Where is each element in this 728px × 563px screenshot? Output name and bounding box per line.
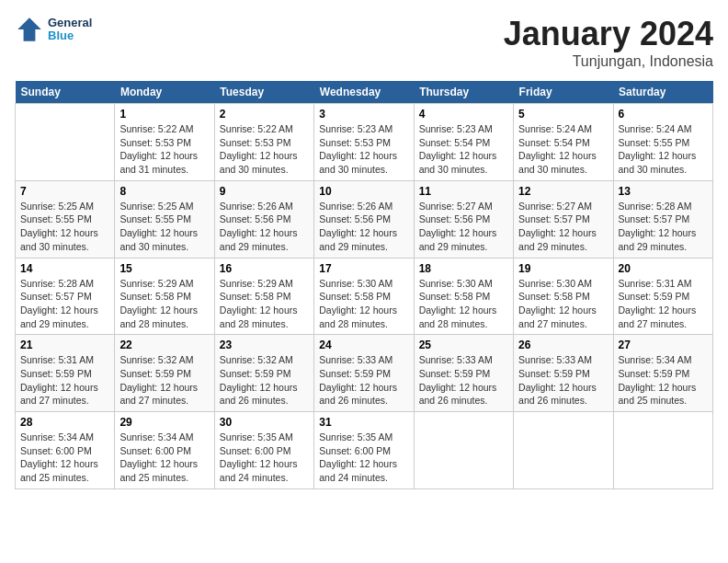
calendar-cell: 13Sunrise: 5:28 AM Sunset: 5:57 PM Dayli… <box>613 180 712 258</box>
title-area: January 2024 Tunjungan, Indonesia <box>504 15 713 70</box>
day-number: 30 <box>220 416 309 429</box>
day-number: 6 <box>619 108 708 121</box>
calendar-week-row: 21Sunrise: 5:31 AM Sunset: 5:59 PM Dayli… <box>16 335 713 412</box>
day-info: Sunrise: 5:26 AM Sunset: 5:56 PM Dayligh… <box>319 200 408 254</box>
calendar-cell <box>613 412 712 489</box>
day-info: Sunrise: 5:27 AM Sunset: 5:56 PM Dayligh… <box>419 200 508 254</box>
calendar-week-row: 28Sunrise: 5:34 AM Sunset: 6:00 PM Dayli… <box>16 412 713 489</box>
month-title: January 2024 <box>504 15 713 53</box>
calendar-header-row: SundayMondayTuesdayWednesdayThursdayFrid… <box>16 81 713 104</box>
day-number: 21 <box>20 339 109 351</box>
day-info: Sunrise: 5:32 AM Sunset: 5:59 PM Dayligh… <box>119 353 209 408</box>
day-info: Sunrise: 5:34 AM Sunset: 5:59 PM Dayligh… <box>619 353 708 408</box>
calendar-cell: 8Sunrise: 5:25 AM Sunset: 5:55 PM Daylig… <box>115 180 214 258</box>
day-header: Tuesday <box>214 81 313 104</box>
location-title: Tunjungan, Indonesia <box>504 53 713 70</box>
day-info: Sunrise: 5:28 AM Sunset: 5:57 PM Dayligh… <box>619 200 708 254</box>
calendar-cell: 27Sunrise: 5:34 AM Sunset: 5:59 PM Dayli… <box>613 335 712 412</box>
day-info: Sunrise: 5:24 AM Sunset: 5:54 PM Dayligh… <box>518 122 608 177</box>
calendar-cell: 28Sunrise: 5:34 AM Sunset: 6:00 PM Dayli… <box>16 412 115 489</box>
calendar-cell: 12Sunrise: 5:27 AM Sunset: 5:57 PM Dayli… <box>514 180 613 258</box>
calendar-cell: 5Sunrise: 5:24 AM Sunset: 5:54 PM Daylig… <box>514 104 613 181</box>
day-number: 23 <box>220 339 309 351</box>
day-number: 25 <box>419 339 508 351</box>
day-header: Thursday <box>414 81 513 104</box>
calendar-week-row: 1Sunrise: 5:22 AM Sunset: 5:53 PM Daylig… <box>16 104 713 181</box>
day-number: 26 <box>518 339 608 351</box>
calendar-cell: 6Sunrise: 5:24 AM Sunset: 5:55 PM Daylig… <box>613 104 712 181</box>
day-info: Sunrise: 5:31 AM Sunset: 5:59 PM Dayligh… <box>20 353 109 408</box>
calendar-cell: 1Sunrise: 5:22 AM Sunset: 5:53 PM Daylig… <box>115 104 214 181</box>
calendar-cell: 25Sunrise: 5:33 AM Sunset: 5:59 PM Dayli… <box>414 335 513 412</box>
calendar-cell: 26Sunrise: 5:33 AM Sunset: 5:59 PM Dayli… <box>514 335 613 412</box>
day-number: 15 <box>119 262 209 275</box>
day-info: Sunrise: 5:24 AM Sunset: 5:55 PM Dayligh… <box>619 122 708 177</box>
day-info: Sunrise: 5:23 AM Sunset: 5:54 PM Dayligh… <box>419 122 508 177</box>
day-number: 10 <box>319 185 408 198</box>
logo-line2: Blue <box>48 29 92 42</box>
calendar-week-row: 14Sunrise: 5:28 AM Sunset: 5:57 PM Dayli… <box>16 258 713 335</box>
logo-text: General Blue <box>48 17 92 43</box>
calendar-cell <box>414 412 513 489</box>
day-info: Sunrise: 5:32 AM Sunset: 5:59 PM Dayligh… <box>220 353 309 408</box>
calendar-cell: 24Sunrise: 5:33 AM Sunset: 5:59 PM Dayli… <box>314 335 414 412</box>
calendar-cell: 2Sunrise: 5:22 AM Sunset: 5:53 PM Daylig… <box>214 104 313 181</box>
day-number: 20 <box>619 262 708 275</box>
day-number: 24 <box>319 339 408 351</box>
calendar-week-row: 7Sunrise: 5:25 AM Sunset: 5:55 PM Daylig… <box>16 180 713 258</box>
calendar-cell: 30Sunrise: 5:35 AM Sunset: 6:00 PM Dayli… <box>214 412 313 489</box>
day-number: 3 <box>319 108 408 121</box>
day-number: 16 <box>220 262 309 275</box>
calendar-cell: 16Sunrise: 5:29 AM Sunset: 5:58 PM Dayli… <box>214 258 313 335</box>
day-number: 8 <box>119 185 209 198</box>
calendar-cell: 11Sunrise: 5:27 AM Sunset: 5:56 PM Dayli… <box>414 180 513 258</box>
day-info: Sunrise: 5:33 AM Sunset: 5:59 PM Dayligh… <box>319 353 408 408</box>
day-number: 29 <box>119 416 209 429</box>
day-number: 31 <box>319 416 408 429</box>
calendar-cell: 4Sunrise: 5:23 AM Sunset: 5:54 PM Daylig… <box>414 104 513 181</box>
calendar-cell: 31Sunrise: 5:35 AM Sunset: 6:00 PM Dayli… <box>314 412 414 489</box>
day-number: 27 <box>619 339 708 351</box>
day-info: Sunrise: 5:22 AM Sunset: 5:53 PM Dayligh… <box>119 122 209 177</box>
day-number: 19 <box>518 262 608 275</box>
calendar-cell: 19Sunrise: 5:30 AM Sunset: 5:58 PM Dayli… <box>514 258 613 335</box>
day-header: Sunday <box>16 81 115 104</box>
day-info: Sunrise: 5:25 AM Sunset: 5:55 PM Dayligh… <box>20 200 109 254</box>
day-number: 13 <box>619 185 708 198</box>
day-number: 2 <box>220 108 309 121</box>
day-info: Sunrise: 5:25 AM Sunset: 5:55 PM Dayligh… <box>119 200 209 254</box>
day-number: 12 <box>518 185 608 198</box>
day-number: 1 <box>119 108 209 121</box>
day-number: 7 <box>20 185 109 198</box>
logo: General Blue <box>15 15 92 44</box>
day-info: Sunrise: 5:28 AM Sunset: 5:57 PM Dayligh… <box>20 277 109 331</box>
calendar-body: 1Sunrise: 5:22 AM Sunset: 5:53 PM Daylig… <box>16 104 713 489</box>
calendar-cell: 3Sunrise: 5:23 AM Sunset: 5:53 PM Daylig… <box>314 104 414 181</box>
day-info: Sunrise: 5:33 AM Sunset: 5:59 PM Dayligh… <box>419 353 508 408</box>
calendar-cell: 29Sunrise: 5:34 AM Sunset: 6:00 PM Dayli… <box>115 412 214 489</box>
calendar-table: SundayMondayTuesdayWednesdayThursdayFrid… <box>15 81 713 489</box>
day-info: Sunrise: 5:30 AM Sunset: 5:58 PM Dayligh… <box>319 277 408 331</box>
day-number: 11 <box>419 185 508 198</box>
day-info: Sunrise: 5:30 AM Sunset: 5:58 PM Dayligh… <box>518 277 608 331</box>
day-number: 17 <box>319 262 408 275</box>
day-info: Sunrise: 5:34 AM Sunset: 6:00 PM Dayligh… <box>119 431 209 485</box>
day-number: 4 <box>419 108 508 121</box>
calendar-cell: 22Sunrise: 5:32 AM Sunset: 5:59 PM Dayli… <box>115 335 214 412</box>
day-info: Sunrise: 5:33 AM Sunset: 5:59 PM Dayligh… <box>518 353 608 408</box>
logo-line1: General <box>48 17 92 29</box>
day-header: Friday <box>514 81 613 104</box>
day-header: Wednesday <box>314 81 414 104</box>
calendar-cell: 9Sunrise: 5:26 AM Sunset: 5:56 PM Daylig… <box>214 180 313 258</box>
calendar-cell: 23Sunrise: 5:32 AM Sunset: 5:59 PM Dayli… <box>214 335 313 412</box>
day-number: 28 <box>20 416 109 429</box>
calendar-cell: 20Sunrise: 5:31 AM Sunset: 5:59 PM Dayli… <box>613 258 712 335</box>
day-number: 22 <box>119 339 209 351</box>
calendar-cell <box>514 412 613 489</box>
day-info: Sunrise: 5:23 AM Sunset: 5:53 PM Dayligh… <box>319 122 408 177</box>
calendar-cell: 21Sunrise: 5:31 AM Sunset: 5:59 PM Dayli… <box>16 335 115 412</box>
calendar-cell: 15Sunrise: 5:29 AM Sunset: 5:58 PM Dayli… <box>115 258 214 335</box>
calendar-cell: 14Sunrise: 5:28 AM Sunset: 5:57 PM Dayli… <box>16 258 115 335</box>
day-number: 5 <box>518 108 608 121</box>
day-number: 18 <box>419 262 508 275</box>
